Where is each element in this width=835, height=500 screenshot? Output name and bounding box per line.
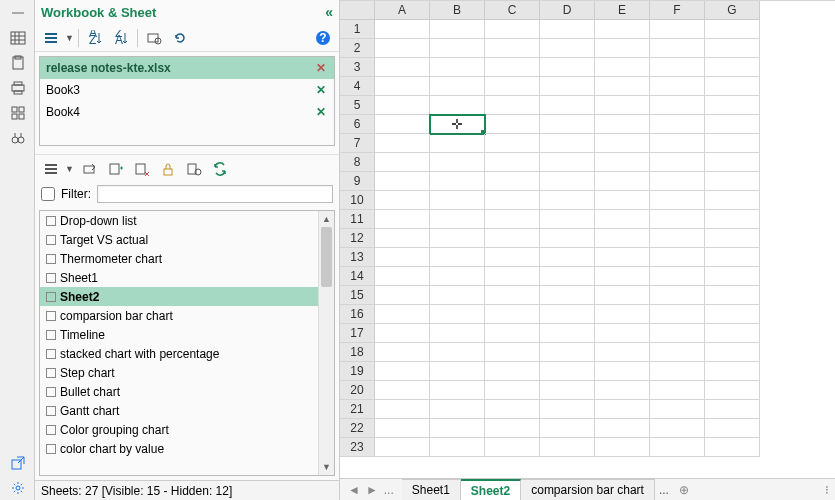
cell[interactable] <box>485 115 540 134</box>
cell[interactable] <box>595 77 650 96</box>
cell[interactable] <box>595 153 650 172</box>
cell[interactable] <box>650 77 705 96</box>
cell[interactable] <box>485 229 540 248</box>
column-header[interactable]: C <box>485 1 540 20</box>
cell[interactable] <box>375 362 430 381</box>
cell[interactable] <box>705 20 760 39</box>
row-header[interactable]: 18 <box>340 343 375 362</box>
cell[interactable] <box>540 134 595 153</box>
cell[interactable] <box>650 210 705 229</box>
cell[interactable] <box>375 305 430 324</box>
cell[interactable] <box>540 362 595 381</box>
add-sheet-button[interactable]: ⊕ <box>673 479 695 500</box>
cell[interactable] <box>540 115 595 134</box>
sheet-item[interactable]: color chart by value <box>40 439 318 458</box>
cell[interactable] <box>540 438 595 457</box>
cell[interactable] <box>485 210 540 229</box>
cell[interactable] <box>705 324 760 343</box>
cell[interactable] <box>650 267 705 286</box>
cell[interactable] <box>430 438 485 457</box>
cell[interactable] <box>430 286 485 305</box>
column-header[interactable]: E <box>595 1 650 20</box>
row-header[interactable]: 21 <box>340 400 375 419</box>
cell[interactable] <box>705 305 760 324</box>
row-header[interactable]: 5 <box>340 96 375 115</box>
sheet-checkbox[interactable] <box>46 235 56 245</box>
list-view-icon[interactable] <box>39 26 63 50</box>
sheet-item[interactable]: Thermometer chart <box>40 249 318 268</box>
cell[interactable] <box>430 400 485 419</box>
cell[interactable] <box>540 343 595 362</box>
settings-icon[interactable] <box>0 475 35 500</box>
sheet-item[interactable]: Gantt chart <box>40 401 318 420</box>
cell[interactable] <box>485 419 540 438</box>
row-header[interactable]: 19 <box>340 362 375 381</box>
cell[interactable] <box>430 191 485 210</box>
cell[interactable] <box>595 362 650 381</box>
spreadsheet-grid[interactable]: ABCDEFG123456789101112131415161718192021… <box>340 0 835 478</box>
rename-icon[interactable] <box>78 157 102 181</box>
cell[interactable] <box>540 305 595 324</box>
grid-icon[interactable] <box>0 100 35 125</box>
cell[interactable] <box>705 210 760 229</box>
cell[interactable] <box>650 324 705 343</box>
sheet-item[interactable]: Timeline <box>40 325 318 344</box>
cell[interactable] <box>650 39 705 58</box>
cell[interactable] <box>650 381 705 400</box>
cell[interactable] <box>540 77 595 96</box>
cell[interactable] <box>375 248 430 267</box>
cell[interactable] <box>650 153 705 172</box>
sheet-tab[interactable]: Sheet2 <box>461 479 521 500</box>
cell[interactable] <box>595 20 650 39</box>
sheet-checkbox[interactable] <box>46 292 56 302</box>
cell[interactable] <box>595 343 650 362</box>
sheet-checkbox[interactable] <box>46 254 56 264</box>
cell[interactable] <box>705 248 760 267</box>
printer-icon[interactable] <box>0 75 35 100</box>
tab-options-icon[interactable]: ⁝ <box>819 479 835 500</box>
tab-nav-next[interactable]: ► <box>364 483 380 497</box>
cell[interactable] <box>595 39 650 58</box>
cell[interactable] <box>650 419 705 438</box>
row-header[interactable]: 23 <box>340 438 375 457</box>
cell[interactable] <box>650 343 705 362</box>
cell[interactable] <box>650 438 705 457</box>
scroll-down-icon[interactable]: ▼ <box>319 459 334 475</box>
cell[interactable] <box>705 58 760 77</box>
cell[interactable] <box>595 267 650 286</box>
cell[interactable] <box>540 96 595 115</box>
cell[interactable] <box>485 96 540 115</box>
cell[interactable] <box>705 286 760 305</box>
workbook-item[interactable]: release notes-kte.xlsx ✕ <box>40 57 334 79</box>
sheet-item[interactable]: Color grouping chart <box>40 420 318 439</box>
cell[interactable] <box>430 96 485 115</box>
cell[interactable] <box>650 191 705 210</box>
row-header[interactable]: 15 <box>340 286 375 305</box>
cell[interactable] <box>430 343 485 362</box>
sheet-item[interactable]: Sheet2 <box>40 287 318 306</box>
binoculars-icon[interactable] <box>0 125 35 150</box>
row-header[interactable]: 14 <box>340 267 375 286</box>
sheet-item[interactable]: Drop-down list <box>40 211 318 230</box>
sheet-checkbox[interactable] <box>46 368 56 378</box>
sheet-checkbox[interactable] <box>46 273 56 283</box>
close-icon[interactable]: ✕ <box>314 105 328 119</box>
cell[interactable] <box>540 286 595 305</box>
cell[interactable] <box>705 134 760 153</box>
dropdown-caret-icon[interactable]: ▼ <box>65 164 74 174</box>
sheet-checkbox[interactable] <box>46 349 56 359</box>
delete-sheet-icon[interactable] <box>130 157 154 181</box>
cell[interactable] <box>650 286 705 305</box>
sheet-checkbox[interactable] <box>46 444 56 454</box>
cell[interactable] <box>485 343 540 362</box>
cell[interactable] <box>485 134 540 153</box>
cell[interactable] <box>485 39 540 58</box>
cell[interactable] <box>485 191 540 210</box>
cell[interactable] <box>430 419 485 438</box>
refresh-icon[interactable] <box>168 26 192 50</box>
cell[interactable] <box>485 153 540 172</box>
cell[interactable] <box>650 362 705 381</box>
row-header[interactable]: 4 <box>340 77 375 96</box>
cell[interactable] <box>705 229 760 248</box>
cell[interactable] <box>705 267 760 286</box>
